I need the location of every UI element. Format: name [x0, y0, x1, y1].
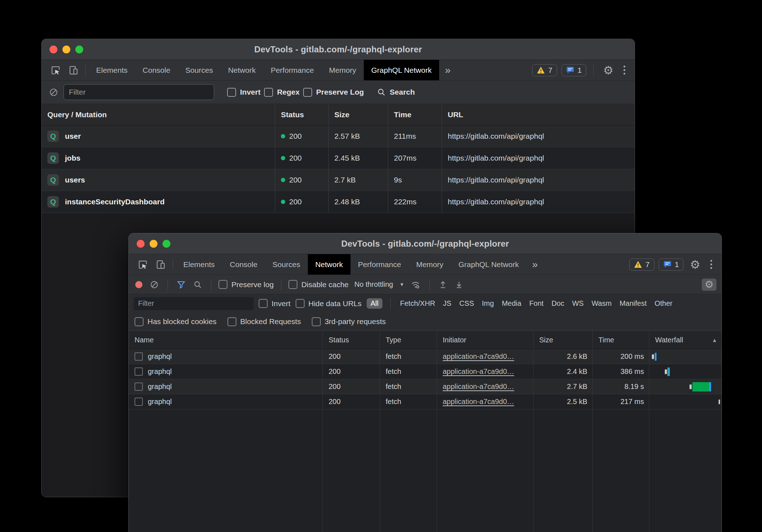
- has-blocked-cookies-checkbox[interactable]: [135, 317, 144, 326]
- zoom-button[interactable]: [163, 240, 170, 248]
- clear-icon[interactable]: [47, 87, 60, 97]
- tab-console[interactable]: Console: [135, 60, 178, 80]
- filter-chip-other[interactable]: Other: [653, 298, 674, 309]
- tab-performance[interactable]: Performance: [351, 254, 409, 275]
- filter-funnel-icon[interactable]: [175, 280, 187, 289]
- filter-chip-wasm[interactable]: Wasm: [590, 298, 613, 309]
- query-row[interactable]: Qjobs 200 2.45 kB 207ms https://gitlab.c…: [42, 147, 635, 169]
- column-waterfall[interactable]: Waterfall ▲: [649, 331, 721, 349]
- filter-chip-doc[interactable]: Doc: [550, 298, 566, 309]
- column-size[interactable]: Size: [533, 331, 592, 349]
- row-checkbox[interactable]: [135, 383, 143, 391]
- graphql-filter-bar: Invert Regex Preserve Log Search: [42, 81, 635, 104]
- row-checkbox[interactable]: [135, 398, 143, 406]
- initiator-link[interactable]: application-a7ca9d0…: [443, 367, 514, 376]
- clear-icon[interactable]: [148, 280, 160, 289]
- tab-sources[interactable]: Sources: [265, 254, 308, 275]
- kebab-menu-icon[interactable]: [707, 260, 716, 269]
- inspect-element-icon[interactable]: [134, 254, 152, 275]
- tab-graphql-network[interactable]: GraphQL Network: [451, 254, 526, 275]
- filter-chip-media[interactable]: Media: [500, 298, 523, 309]
- messages-badge[interactable]: 1: [659, 258, 684, 271]
- regex-checkbox[interactable]: [264, 88, 273, 97]
- column-time[interactable]: Time: [592, 331, 649, 349]
- tab-elements[interactable]: Elements: [176, 254, 222, 275]
- filter-chip-font[interactable]: Font: [528, 298, 545, 309]
- tab-performance[interactable]: Performance: [263, 60, 321, 80]
- row-checkbox[interactable]: [135, 367, 143, 376]
- chat-bubble-icon: [566, 66, 574, 74]
- initiator-link[interactable]: application-a7ca9d0…: [443, 352, 514, 361]
- record-button[interactable]: [134, 281, 144, 288]
- export-har-icon[interactable]: [453, 280, 465, 289]
- column-initiator[interactable]: Initiator: [437, 331, 533, 349]
- device-toolbar-icon[interactable]: [65, 60, 83, 80]
- network-conditions-icon[interactable]: [409, 280, 422, 290]
- filter-chip-all[interactable]: All: [367, 298, 382, 309]
- filter-chip-ws[interactable]: WS: [571, 298, 585, 309]
- initiator-link[interactable]: application-a7ca9d0…: [443, 398, 514, 406]
- zoom-button[interactable]: [75, 46, 83, 53]
- blocked-requests-checkbox[interactable]: [227, 317, 236, 326]
- minimize-button[interactable]: [62, 46, 70, 53]
- kebab-menu-icon[interactable]: [620, 66, 629, 75]
- column-status[interactable]: Status: [323, 331, 380, 349]
- search-control[interactable]: Search: [377, 87, 415, 97]
- row-checkbox[interactable]: [135, 352, 143, 361]
- tab-network[interactable]: Network: [221, 60, 263, 80]
- tab-memory[interactable]: Memory: [321, 60, 364, 80]
- filter-chip-fetch-xhr[interactable]: Fetch/XHR: [399, 298, 437, 309]
- request-row[interactable]: graphql 200 fetch application-a7ca9d0… 2…: [129, 364, 721, 379]
- column-name[interactable]: Name: [129, 331, 323, 349]
- tab-sources[interactable]: Sources: [178, 60, 221, 80]
- query-row[interactable]: Quser 200 2.57 kB 211ms https://gitlab.c…: [42, 125, 635, 147]
- initiator-link[interactable]: application-a7ca9d0…: [443, 383, 514, 391]
- third-party-requests-checkbox[interactable]: [312, 317, 321, 326]
- network-settings-gear-icon[interactable]: ⚙: [702, 279, 716, 291]
- throttling-select[interactable]: No throttling ▼: [354, 280, 404, 289]
- disable-cache-checkbox[interactable]: [288, 280, 297, 289]
- close-button[interactable]: [137, 240, 145, 248]
- column-time[interactable]: Time: [388, 104, 442, 125]
- column-status[interactable]: Status: [275, 104, 328, 125]
- tab-network[interactable]: Network: [308, 254, 351, 275]
- query-row[interactable]: QinstanceSecurityDashboard 200 2.48 kB 2…: [42, 191, 635, 213]
- close-button[interactable]: [50, 46, 57, 53]
- invert-checkbox[interactable]: [227, 88, 236, 97]
- regex-option: Regex: [264, 88, 300, 97]
- column-type[interactable]: Type: [380, 331, 437, 349]
- tab-memory[interactable]: Memory: [409, 254, 451, 275]
- request-row[interactable]: graphql 200 fetch application-a7ca9d0… 2…: [129, 349, 721, 364]
- request-row[interactable]: graphql 200 fetch application-a7ca9d0… 2…: [129, 394, 721, 409]
- tab-graphql-network[interactable]: GraphQL Network: [364, 60, 439, 80]
- request-row[interactable]: graphql 200 fetch application-a7ca9d0… 2…: [129, 379, 721, 394]
- minimize-button[interactable]: [150, 240, 157, 248]
- warnings-badge[interactable]: 7: [532, 64, 557, 76]
- filter-chip-css[interactable]: CSS: [458, 298, 475, 309]
- column-size[interactable]: Size: [328, 104, 388, 125]
- settings-gear-icon[interactable]: ⚙: [601, 65, 616, 76]
- network-filter-input[interactable]: [134, 297, 254, 310]
- tab-console[interactable]: Console: [222, 254, 265, 275]
- column-url[interactable]: URL: [442, 104, 635, 125]
- more-tabs-icon[interactable]: »: [439, 60, 456, 80]
- more-tabs-icon[interactable]: »: [526, 254, 544, 275]
- device-toolbar-icon[interactable]: [152, 254, 170, 275]
- filter-chip-img[interactable]: Img: [480, 298, 495, 309]
- import-har-icon[interactable]: [437, 280, 449, 289]
- search-icon[interactable]: [192, 280, 204, 289]
- query-row[interactable]: Qusers 200 2.7 kB 9s https://gitlab.com/…: [42, 169, 635, 191]
- preserve-log-checkbox[interactable]: [218, 280, 227, 289]
- warnings-badge[interactable]: 7: [629, 258, 654, 271]
- column-query-mutation[interactable]: Query / Mutation: [42, 104, 275, 125]
- settings-gear-icon[interactable]: ⚙: [688, 259, 702, 270]
- hide-data-urls-checkbox[interactable]: [296, 299, 305, 308]
- inspect-element-icon[interactable]: [47, 60, 65, 80]
- tab-elements[interactable]: Elements: [89, 60, 135, 80]
- filter-chip-manifest[interactable]: Manifest: [618, 298, 648, 309]
- messages-badge[interactable]: 1: [561, 64, 587, 76]
- invert-checkbox[interactable]: [259, 299, 268, 308]
- filter-chip-js[interactable]: JS: [442, 298, 453, 309]
- filter-input[interactable]: [64, 84, 214, 100]
- preserve-log-checkbox[interactable]: [303, 88, 312, 97]
